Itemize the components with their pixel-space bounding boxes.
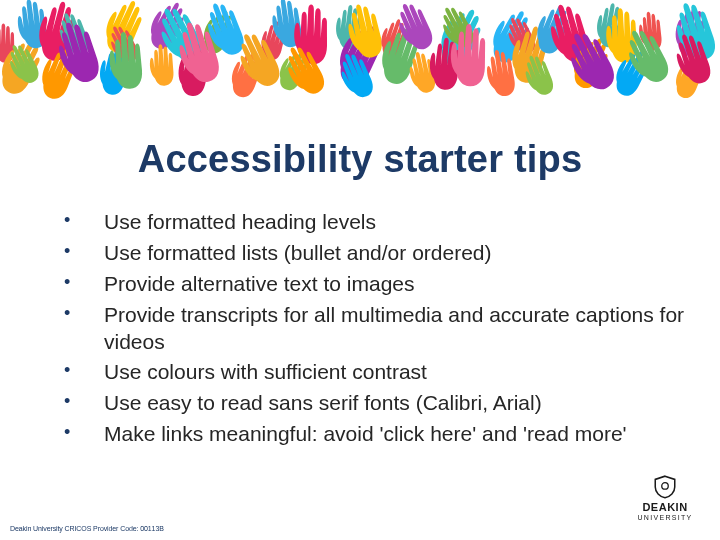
list-item: Use colours with sufficient contrast <box>64 359 690 386</box>
shield-icon <box>652 474 678 500</box>
decorative-banner <box>0 0 720 110</box>
tips-list: Use formatted heading levels Use formatt… <box>0 209 720 448</box>
list-item: Provide transcripts for all multimedia a… <box>64 302 690 356</box>
svg-point-0 <box>662 483 669 490</box>
list-item: Use formatted heading levels <box>64 209 690 236</box>
list-item: Make links meaningful: avoid 'click here… <box>64 421 690 448</box>
list-item: Use formatted lists (bullet and/or order… <box>64 240 690 267</box>
list-item: Provide alternative text to images <box>64 271 690 298</box>
page-title: Accessibility starter tips <box>0 138 720 181</box>
logo-subtitle: UNIVERSITY <box>632 514 698 521</box>
footer-text: Deakin University CRICOS Provider Code: … <box>10 525 164 532</box>
list-item: Use easy to read sans serif fonts (Calib… <box>64 390 690 417</box>
deakin-logo: DEAKIN UNIVERSITY <box>632 474 698 528</box>
logo-name: DEAKIN <box>632 502 698 514</box>
